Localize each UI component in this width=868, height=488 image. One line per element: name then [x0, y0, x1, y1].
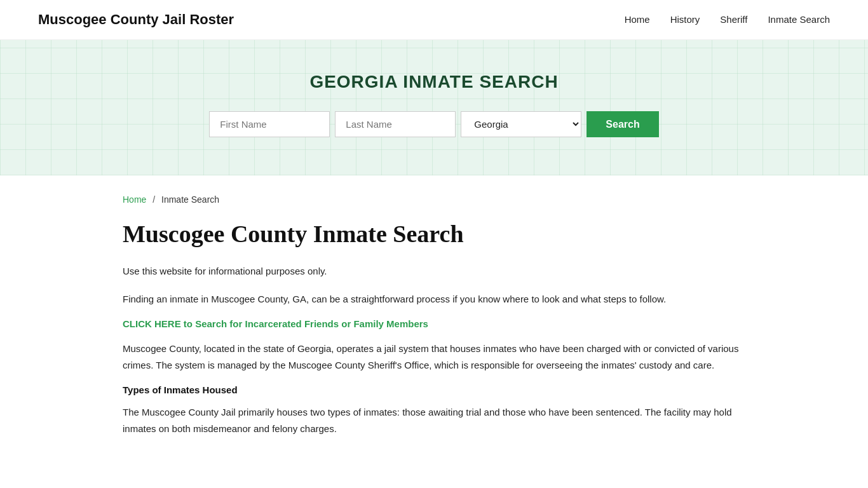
nav-link-home[interactable]: Home — [625, 14, 650, 25]
breadcrumb-home-link[interactable]: Home — [123, 194, 146, 205]
breadcrumb: Home / Inmate Search — [123, 194, 745, 205]
nav-link-sheriff[interactable]: Sheriff — [720, 14, 747, 25]
paragraph-4: The Muscogee County Jail primarily house… — [123, 404, 745, 437]
search-button[interactable]: Search — [587, 111, 658, 137]
first-name-input[interactable] — [209, 111, 330, 137]
types-heading: Types of Inmates Housed — [123, 384, 745, 395]
nav-item-inmate-search[interactable]: Inmate Search — [768, 14, 830, 25]
site-title: Muscogee County Jail Roster — [38, 11, 234, 28]
nav-list: Home History Sheriff Inmate Search — [625, 14, 830, 25]
click-here-link[interactable]: CLICK HERE to Search for Incarcerated Fr… — [123, 318, 745, 329]
nav-item-home[interactable]: Home — [625, 14, 650, 25]
breadcrumb-separator: / — [153, 194, 155, 205]
page-heading: Muscogee County Inmate Search — [123, 220, 745, 248]
search-form: Georgia Alabama Florida Tennessee Search — [13, 111, 855, 137]
main-nav: Home History Sheriff Inmate Search — [625, 14, 830, 25]
main-content: Home / Inmate Search Muscogee County Inm… — [85, 175, 783, 486]
hero-title: GEORGIA INMATE SEARCH — [13, 72, 855, 92]
paragraph-1: Use this website for informational purpo… — [123, 263, 745, 280]
paragraph-3: Muscogee County, located in the state of… — [123, 341, 745, 373]
breadcrumb-current: Inmate Search — [161, 194, 219, 205]
paragraph-2: Finding an inmate in Muscogee County, GA… — [123, 291, 745, 308]
nav-link-inmate-search[interactable]: Inmate Search — [768, 14, 830, 25]
nav-link-history[interactable]: History — [670, 14, 700, 25]
last-name-input[interactable] — [335, 111, 456, 137]
hero-section: GEORGIA INMATE SEARCH Georgia Alabama Fl… — [0, 40, 868, 175]
nav-item-history[interactable]: History — [670, 14, 700, 25]
nav-item-sheriff[interactable]: Sheriff — [720, 14, 747, 25]
state-select[interactable]: Georgia Alabama Florida Tennessee — [461, 111, 581, 137]
site-header: Muscogee County Jail Roster Home History… — [0, 0, 868, 40]
